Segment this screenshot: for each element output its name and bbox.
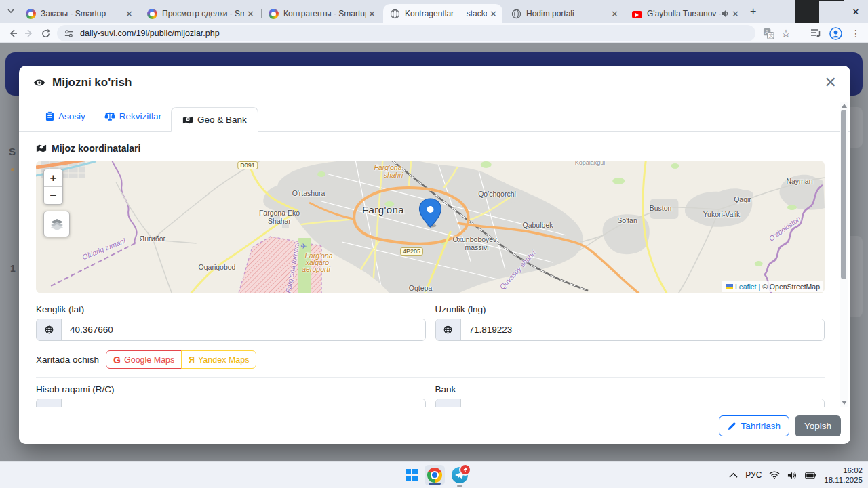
tab-audio-icon[interactable]	[721, 9, 729, 18]
google-maps-label: Google Maps	[124, 355, 174, 365]
tray-date: 18.11.2025	[824, 475, 863, 485]
refresh-button[interactable]	[38, 26, 53, 41]
tab-title: G'aybulla Tursunov - C	[647, 9, 721, 18]
pencil-icon	[728, 422, 736, 430]
back-button[interactable]	[5, 26, 20, 41]
background-dot	[11, 168, 14, 171]
tray-clock[interactable]: 16:02 18.11.2025	[824, 466, 863, 485]
leaflet-attribution: Leaflet | © OpenStreetMap	[722, 281, 823, 292]
browser-tab-1[interactable]: Заказы - Smartup ✕	[19, 4, 138, 23]
bank-input-group	[435, 399, 825, 407]
tab-close-icon[interactable]: ✕	[732, 9, 739, 19]
lat-input[interactable]	[62, 319, 425, 340]
forward-button[interactable]	[22, 26, 37, 41]
tab-close-icon[interactable]: ✕	[125, 9, 133, 19]
browser-tab-3[interactable]: Контрагенты - Smartup ✕	[262, 4, 381, 23]
browser-toolbar: daily-suvi.com/19l/public/mijozlar.php A…	[0, 23, 868, 43]
view-client-modal: Mijozni ko'rish ✕ Asosiy Rekvizitlar Geo…	[19, 66, 850, 444]
map-place-label: 4P205	[400, 247, 423, 256]
scrollbar-thumb[interactable]	[841, 110, 846, 279]
tab-label: Geo & Bank	[197, 115, 247, 125]
leaflet-map[interactable]: ✈	[36, 161, 825, 293]
browser-menu-icon[interactable]: ⋮	[848, 26, 863, 41]
osm-link[interactable]: © OpenStreetMap	[762, 283, 820, 291]
chrome-taskbar-button[interactable]	[425, 465, 445, 485]
start-button[interactable]	[401, 465, 422, 485]
volume-icon[interactable]	[787, 471, 797, 480]
window-maximize-button[interactable]	[819, 0, 844, 23]
map-place-label: Quvasoy shahri	[498, 249, 537, 291]
profile-avatar[interactable]	[828, 26, 843, 41]
map-place-label: Янгибог	[140, 235, 166, 243]
map-pin-icon	[36, 144, 47, 153]
wifi-icon[interactable]	[769, 471, 780, 479]
media-controls-icon[interactable]	[808, 26, 823, 41]
lat-label: Kenglik (lat)	[36, 304, 426, 314]
tab-close-icon[interactable]: ✕	[247, 9, 254, 19]
modal-tab-bar: Asosiy Rekvizitlar Geo & Bank	[19, 100, 850, 132]
tray-time: 16:02	[824, 466, 863, 475]
yandex-maps-button[interactable]: Я Yandex Maps	[181, 350, 256, 369]
translate-icon[interactable]: A文	[761, 26, 776, 41]
zoom-out-button[interactable]: −	[44, 187, 62, 204]
map-place-label: Fargona Eko	[259, 209, 300, 217]
modal-scrollbar[interactable]	[840, 102, 848, 407]
globe-favicon	[511, 9, 521, 19]
leaflet-link[interactable]: Leaflet	[735, 283, 757, 291]
address-bar[interactable]: daily-suvi.com/19l/public/mijozlar.php	[57, 25, 755, 41]
modal-title: Mijozni ko'rish	[52, 76, 132, 89]
battery-icon[interactable]	[805, 472, 816, 479]
lng-label: Uzunlik (lng)	[435, 304, 825, 314]
browser-tab-strip: Заказы - Smartup ✕ Просмотр сделки - Sma…	[0, 0, 868, 23]
edit-button[interactable]: Tahrirlash	[719, 415, 789, 436]
bookmark-star-icon[interactable]: ☆	[778, 26, 793, 41]
modal-close-icon[interactable]: ✕	[825, 75, 837, 90]
tab-geo-bank[interactable]: Geo & Bank	[171, 107, 258, 132]
edit-button-label: Tahrirlash	[741, 421, 781, 431]
account-input[interactable]	[62, 399, 425, 407]
bank-input[interactable]	[461, 399, 825, 407]
google-maps-button[interactable]: G Google Maps	[106, 350, 182, 369]
new-tab-button[interactable]: +	[750, 5, 756, 18]
map-place-label: aeroporti	[302, 265, 330, 273]
browser-tab-6[interactable]: G'aybulla Tursunov - C ✕	[625, 4, 745, 23]
telegram-taskbar-button[interactable]	[450, 465, 470, 485]
tab-asosiy[interactable]: Asosiy	[36, 105, 95, 127]
map-place-label: Farg'ona	[362, 204, 404, 216]
tab-close-icon[interactable]: ✕	[490, 9, 497, 19]
close-button[interactable]: Yopish	[795, 415, 841, 436]
tab-search-icon[interactable]	[5, 5, 16, 19]
tab-rekvizitlar[interactable]: Rekvizitlar	[95, 105, 171, 127]
clipboard-icon	[45, 111, 54, 121]
section-title: Mijoz koordinatalari	[36, 143, 825, 154]
modal-body: Mijoz koordinatalari	[19, 132, 850, 407]
background-text: 1	[10, 263, 16, 274]
zoom-in-button[interactable]: +	[44, 169, 62, 187]
tray-chevron-icon[interactable]	[729, 472, 738, 479]
section-title-text: Mijoz koordinatalari	[52, 143, 140, 154]
tab-title: Kontragentlar — stacked n	[405, 9, 487, 18]
youtube-favicon	[632, 11, 642, 18]
window-close-button[interactable]: ✕	[844, 0, 868, 23]
tab-close-icon[interactable]: ✕	[611, 9, 618, 19]
site-settings-icon[interactable]	[64, 28, 74, 39]
muted-bell-icon	[462, 467, 468, 472]
tab-close-icon[interactable]: ✕	[368, 9, 376, 19]
scroll-down-arrow[interactable]	[842, 401, 847, 405]
map-place-label: O'rtashura	[292, 189, 326, 197]
lng-input[interactable]	[461, 319, 825, 340]
browser-tab-5[interactable]: Hodim portali ✕	[505, 4, 624, 23]
map-place-label: So'fan	[617, 216, 637, 224]
browser-tab-active[interactable]: Kontragentlar — stacked n ✕	[383, 4, 502, 23]
telegram-icon	[452, 467, 468, 483]
smartup-favicon	[147, 9, 157, 19]
browser-tab-2[interactable]: Просмотр сделки - Smart ✕	[140, 4, 260, 23]
map-place-label: Shahar	[268, 217, 291, 225]
language-indicator[interactable]: РУС	[745, 470, 762, 480]
google-logo: G	[113, 354, 121, 365]
scroll-up-arrow[interactable]	[842, 104, 847, 108]
window-minimize-button[interactable]	[795, 0, 819, 23]
map-zoom-control: + −	[43, 169, 63, 205]
map-layers-button[interactable]	[43, 211, 70, 237]
bank-field-icon	[436, 399, 461, 407]
